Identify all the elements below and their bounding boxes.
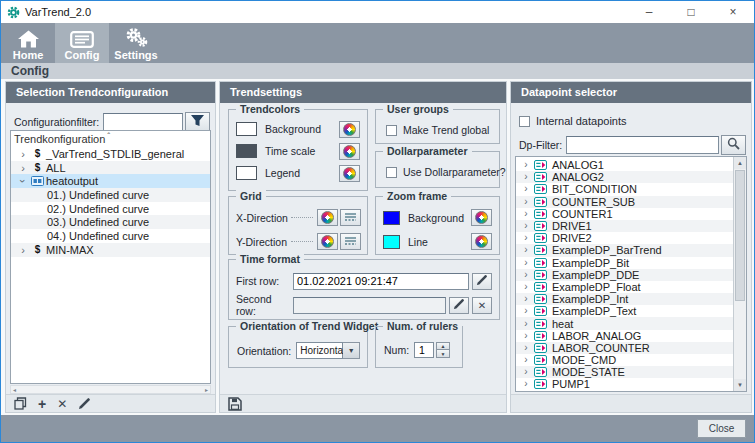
datapoint-item-pump2[interactable]: ›PUMP2 xyxy=(516,391,733,392)
background-color-swatch[interactable] xyxy=(383,211,400,225)
clear-second-row-button[interactable]: ✕ xyxy=(472,297,492,314)
edit-button[interactable] xyxy=(78,397,91,410)
datapoint-item-counter-sub[interactable]: ›COUNTER_SUB xyxy=(516,196,733,208)
color-wheel-button[interactable] xyxy=(339,121,360,138)
line-style-button[interactable] xyxy=(340,209,361,226)
vertical-scrollbar[interactable]: ▲ ▼ xyxy=(733,157,746,391)
chevron-collapsed-icon[interactable]: › xyxy=(17,149,29,159)
tree-column-header[interactable]: Trendkonfiguration ˆ xyxy=(11,131,210,147)
chevron-collapsed-icon[interactable]: › xyxy=(520,282,532,292)
configurationfilter-input[interactable] xyxy=(103,113,183,131)
horizontal-scrollbar[interactable]: ◂ ▸ xyxy=(10,385,211,394)
datapoint-item-exampledp-text[interactable]: ›ExampleDP_Text xyxy=(516,305,733,317)
scroll-right-icon[interactable]: ▸ xyxy=(205,386,208,393)
use-dollarparameter-checkbox[interactable] xyxy=(386,167,397,178)
color-wheel-button[interactable] xyxy=(339,165,360,182)
delete-button[interactable]: ✕ xyxy=(57,397,67,411)
orientation-dropdown[interactable]: Horizontal ▼ xyxy=(296,342,360,359)
scroll-left-icon[interactable]: ◂ xyxy=(13,386,16,393)
color-wheel-button[interactable] xyxy=(317,233,338,250)
tree-item-04-undefined-curve[interactable]: 04.) Undefined curve xyxy=(11,229,210,243)
chevron-collapsed-icon[interactable]: › xyxy=(520,221,532,231)
time-scale-color-swatch[interactable] xyxy=(236,144,257,158)
chevron-collapsed-icon[interactable]: › xyxy=(17,245,29,255)
spin-down-icon[interactable]: ▼ xyxy=(436,350,450,358)
filter-button[interactable] xyxy=(185,112,210,132)
dp-filter-input[interactable] xyxy=(566,136,719,154)
chevron-collapsed-icon[interactable]: › xyxy=(520,209,532,219)
chevron-collapsed-icon[interactable]: › xyxy=(520,172,532,182)
datapoint-item-exampledp-bartrend[interactable]: ›ExampleDP_BarTrend xyxy=(516,244,733,256)
tree-item-03-undefined-curve[interactable]: 03.) Undefined curve xyxy=(11,215,210,229)
tree-item-02-undefined-curve[interactable]: 02.) Undefined curve xyxy=(11,202,210,216)
chevron-collapsed-icon[interactable]: › xyxy=(520,306,532,316)
chevron-collapsed-icon[interactable]: › xyxy=(520,367,532,377)
tree-item-01-undefined-curve[interactable]: 01.) Undefined curve xyxy=(11,188,210,202)
datapoint-item-heat[interactable]: ›heat xyxy=(516,317,733,329)
chevron-collapsed-icon[interactable]: › xyxy=(520,258,532,268)
background-color-swatch[interactable] xyxy=(236,122,257,136)
datapoint-item-drive1[interactable]: ›DRIVE1 xyxy=(516,220,733,232)
color-wheel-button[interactable] xyxy=(471,233,492,250)
datapoint-item-counter1[interactable]: ›COUNTER1 xyxy=(516,208,733,220)
scroll-down-icon[interactable]: ▼ xyxy=(734,379,746,391)
datapoint-item-analog2[interactable]: ›ANALOG2 xyxy=(516,171,733,183)
chevron-expanded-icon[interactable]: › xyxy=(18,175,28,187)
scroll-up-icon[interactable]: ▲ xyxy=(734,157,746,169)
tree-item-min-max[interactable]: ›$MIN-MAX xyxy=(11,243,210,257)
color-wheel-button[interactable] xyxy=(339,143,360,160)
toolbar-home-button[interactable]: Home xyxy=(1,23,55,63)
make-trend-global-checkbox[interactable] xyxy=(386,125,397,136)
scrollbar-thumb[interactable] xyxy=(735,170,745,301)
chevron-collapsed-icon[interactable]: › xyxy=(520,245,532,255)
edit-second-row-button[interactable] xyxy=(449,297,469,314)
datapoint-item-exampledp-dde[interactable]: ›ExampleDP_DDE xyxy=(516,269,733,281)
chevron-collapsed-icon[interactable]: › xyxy=(520,294,532,304)
close-button[interactable]: Close xyxy=(697,419,746,438)
chevron-collapsed-icon[interactable]: › xyxy=(17,163,29,173)
dp-search-button[interactable] xyxy=(721,135,746,155)
datapoint-item-exampledp-bit[interactable]: ›ExampleDP_Bit xyxy=(516,257,733,269)
legend-color-swatch[interactable] xyxy=(236,166,257,180)
chevron-collapsed-icon[interactable]: › xyxy=(520,319,532,329)
chevron-collapsed-icon[interactable]: › xyxy=(520,160,532,170)
add-button[interactable]: + xyxy=(38,396,46,412)
first-row-input[interactable] xyxy=(293,273,469,290)
maximize-icon[interactable]: □ xyxy=(670,1,712,23)
second-row-input[interactable] xyxy=(293,297,446,314)
save-button[interactable] xyxy=(228,397,242,411)
chevron-collapsed-icon[interactable]: › xyxy=(520,379,532,389)
datapoint-item-exampledp-float[interactable]: ›ExampleDP_Float xyxy=(516,281,733,293)
datapoint-item-labor-analog[interactable]: ›LABOR_ANALOG xyxy=(516,330,733,342)
line-color-swatch[interactable] xyxy=(383,235,400,249)
chevron-collapsed-icon[interactable]: › xyxy=(520,331,532,341)
edit-first-row-button[interactable] xyxy=(472,273,492,290)
tree-item-heatoutput[interactable]: ›heatoutput xyxy=(11,174,210,188)
toolbar-settings-button[interactable]: Settings xyxy=(109,23,163,63)
chevron-collapsed-icon[interactable]: › xyxy=(520,343,532,353)
chevron-collapsed-icon[interactable]: › xyxy=(520,355,532,365)
internal-datapoints-checkbox[interactable] xyxy=(519,116,530,127)
chevron-down-icon[interactable]: ▼ xyxy=(343,342,360,359)
chevron-collapsed-icon[interactable]: › xyxy=(520,233,532,243)
color-wheel-button[interactable] xyxy=(317,209,338,226)
datapoint-item-mode-state[interactable]: ›MODE_STATE xyxy=(516,366,733,378)
spin-up-icon[interactable]: ▲ xyxy=(436,342,450,350)
tree-item-vartrend-stdlib-general[interactable]: ›$_VarTrend_STDLIB_general xyxy=(11,147,210,161)
datapoint-item-drive2[interactable]: ›DRIVE2 xyxy=(516,232,733,244)
datapoint-item-bit-condition[interactable]: ›BIT_CONDITION xyxy=(516,183,733,195)
close-icon[interactable]: × xyxy=(712,1,754,23)
datapoint-item-labor-counter[interactable]: ›LABOR_COUNTER xyxy=(516,342,733,354)
line-style-button[interactable] xyxy=(340,233,361,250)
chevron-collapsed-icon[interactable]: › xyxy=(520,184,532,194)
datapoint-item-mode-cmd[interactable]: ›MODE_CMD xyxy=(516,354,733,366)
toolbar-config-button[interactable]: Config xyxy=(55,23,109,63)
datapoint-item-exampledp-int[interactable]: ›ExampleDP_Int xyxy=(516,293,733,305)
datapoint-item-analog1[interactable]: ›ANALOG1 xyxy=(516,159,733,171)
chevron-collapsed-icon[interactable]: › xyxy=(520,197,532,207)
tree-item-all[interactable]: ›$ALL xyxy=(11,161,210,175)
datapoint-item-pump1[interactable]: ›PUMP1 xyxy=(516,378,733,390)
color-wheel-button[interactable] xyxy=(471,209,492,226)
rulers-stepper[interactable]: 1 xyxy=(414,342,434,358)
chevron-collapsed-icon[interactable]: › xyxy=(520,270,532,280)
